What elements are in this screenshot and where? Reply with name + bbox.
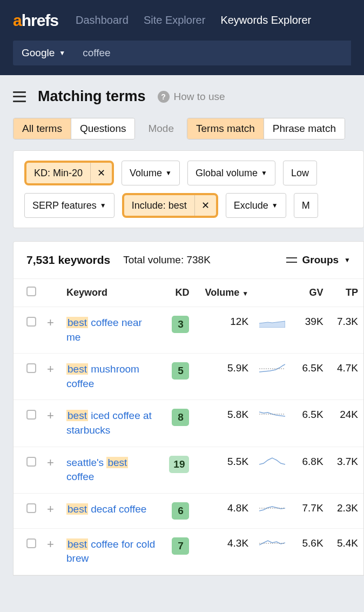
tp-value: 4.7K [329, 354, 363, 400]
keyword-link[interactable]: best coffee for cold brew [66, 538, 155, 564]
kd-badge: 7 [172, 537, 189, 555]
volume-value: 4.3K [194, 528, 254, 575]
kd-badge: 3 [172, 316, 189, 333]
col-keyword[interactable]: Keyword [61, 279, 161, 307]
results-panel: 7,531 keywords Total volume: 738K Groups… [13, 241, 364, 576]
col-volume[interactable]: Volume ▼ [194, 279, 254, 307]
nav-dashboard[interactable]: Dashboard [76, 14, 129, 26]
keyword-count: 7,531 keywords [26, 254, 110, 267]
keyword-link[interactable]: best mushroom coffee [66, 363, 139, 389]
filter-include[interactable]: Include: best ✕ [122, 193, 218, 218]
keyword-link[interactable]: best coffee near me [66, 317, 142, 343]
col-gv[interactable]: GV [294, 279, 328, 307]
gv-value: 6.5K [294, 400, 328, 447]
kd-badge: 5 [172, 362, 189, 380]
filter-kd-label: KD: Min-20 [26, 163, 90, 183]
row-checkbox[interactable] [26, 503, 36, 513]
row-checkbox[interactable] [26, 410, 36, 420]
term-type-tabs: All terms Questions [13, 118, 135, 139]
tp-value: 7.3K [329, 307, 363, 354]
expand-icon[interactable]: + [47, 456, 54, 469]
table-row: +seattle's best coffee195.5K6.8K3.7K [14, 447, 363, 493]
close-icon[interactable]: ✕ [90, 163, 112, 183]
keyword-link[interactable]: seattle's best coffee [66, 457, 128, 483]
volume-value: 5.5K [194, 447, 254, 493]
trend-sparkline [254, 307, 294, 354]
gv-value: 6.5K [294, 354, 328, 400]
filter-global-volume-label: Global volume [196, 168, 258, 179]
close-icon[interactable]: ✕ [194, 195, 216, 216]
top-nav: ahrefs Dashboard Site Explorer Keywords … [0, 0, 364, 41]
page-header: Matching terms ? How to use [13, 88, 364, 105]
trend-sparkline [254, 447, 294, 493]
gv-value: 39K [294, 307, 328, 354]
tab-terms-match[interactable]: Terms match [187, 118, 264, 139]
chevron-down-icon: ▼ [344, 256, 350, 264]
keyword-link[interactable]: best decaf coffee [66, 503, 146, 515]
nav-site-explorer[interactable]: Site Explorer [144, 14, 206, 26]
tab-all-terms[interactable]: All terms [14, 118, 71, 139]
question-icon: ? [158, 91, 170, 103]
volume-value: 12K [194, 307, 254, 354]
gv-value: 7.7K [294, 493, 328, 528]
tp-value: 24K [329, 400, 363, 447]
chevron-down-icon: ▼ [59, 49, 65, 57]
filter-include-label: Include: best [124, 196, 194, 216]
gv-value: 6.8K [294, 447, 328, 493]
filter-global-volume[interactable]: Global volume ▼ [187, 161, 275, 185]
filter-low-label: Low [284, 163, 316, 183]
filter-volume[interactable]: Volume ▼ [122, 161, 180, 185]
main-nav: Dashboard Site Explorer Keywords Explore… [76, 14, 311, 26]
col-tp[interactable]: TP [329, 279, 363, 307]
row-checkbox[interactable] [26, 457, 36, 467]
filter-serp-features[interactable]: SERP features ▼ [24, 193, 114, 218]
table-row: +best mushroom coffee55.9K6.5K4.7K [14, 354, 363, 400]
groups-label: Groups [302, 254, 339, 266]
filter-exclude[interactable]: Exclude ▼ [226, 193, 286, 218]
filter-kd[interactable]: KD: Min-20 ✕ [24, 161, 114, 185]
search-engine-select[interactable]: Google ▼ [13, 41, 74, 65]
chevron-down-icon: ▼ [272, 202, 278, 209]
table-row: +best coffee near me312K39K7.3K [14, 307, 363, 354]
expand-icon[interactable]: + [47, 502, 54, 516]
expand-icon[interactable]: + [47, 362, 54, 376]
trend-sparkline [254, 354, 294, 400]
expand-icon[interactable]: + [47, 537, 54, 551]
row-checkbox[interactable] [26, 317, 36, 327]
nav-keywords-explorer[interactable]: Keywords Explorer [220, 14, 311, 26]
groups-toggle[interactable]: Groups ▼ [286, 254, 350, 266]
filter-exclude-label: Exclude [234, 200, 268, 211]
tp-value: 3.7K [329, 447, 363, 493]
chevron-down-icon: ▼ [261, 169, 267, 177]
tab-questions[interactable]: Questions [71, 118, 135, 139]
filter-serp-features-label: SERP features [32, 200, 97, 211]
menu-icon[interactable] [13, 91, 26, 102]
keywords-table: Keyword KD Volume ▼ GV TP +best coffee n… [14, 278, 363, 575]
expand-icon[interactable]: + [47, 316, 54, 329]
keyword-link[interactable]: best iced coffee at starbucks [66, 410, 152, 436]
results-header: 7,531 keywords Total volume: 738K Groups… [14, 242, 363, 278]
trend-sparkline [254, 528, 294, 575]
select-all-checkbox[interactable] [26, 287, 36, 296]
sliders-icon [286, 256, 297, 264]
how-to-use-link[interactable]: ? How to use [158, 91, 225, 103]
total-volume: Total volume: 738K [123, 254, 211, 266]
kd-badge: 6 [172, 502, 189, 520]
filter-low[interactable]: Low [283, 161, 317, 185]
filter-volume-label: Volume [130, 168, 162, 179]
keyword-input[interactable] [74, 41, 351, 65]
tab-phrase-match[interactable]: Phrase match [264, 118, 345, 139]
expand-icon[interactable]: + [47, 409, 54, 422]
volume-value: 5.9K [194, 354, 254, 400]
match-mode-tabs: Terms match Phrase match [187, 118, 345, 139]
col-kd[interactable]: KD [161, 279, 194, 307]
filter-m[interactable]: M [294, 193, 318, 218]
table-row: +best iced coffee at starbucks85.8K6.5K2… [14, 400, 363, 447]
row-checkbox[interactable] [26, 363, 36, 373]
table-row: +best decaf coffee64.8K7.7K2.3K [14, 493, 363, 528]
gv-value: 5.6K [294, 528, 328, 575]
row-checkbox[interactable] [26, 538, 36, 548]
volume-value: 4.8K [194, 493, 254, 528]
search-engine-label: Google [22, 47, 55, 59]
chevron-down-icon: ▼ [165, 169, 172, 177]
